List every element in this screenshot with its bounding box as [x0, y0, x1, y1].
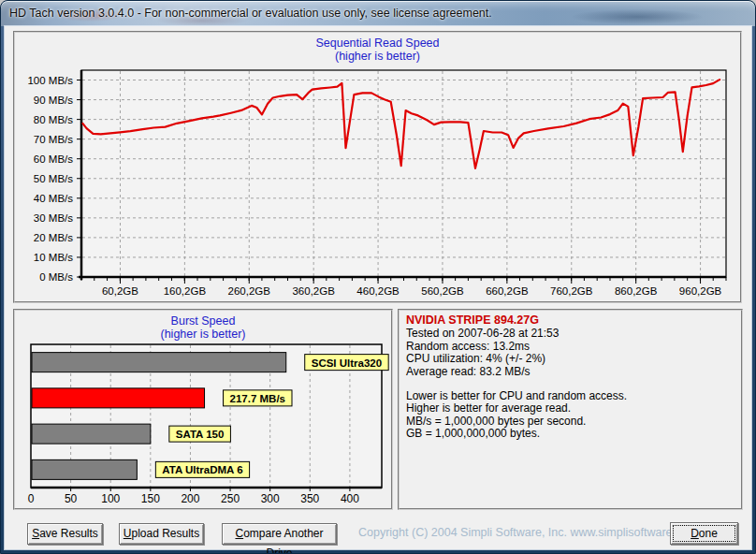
burst-bar-2	[32, 388, 205, 408]
note-gb-definition: GB = 1,000,000,000 bytes.	[406, 428, 737, 440]
burst-x-tick-label: 250	[221, 492, 240, 505]
burst-bar-label: SCSI Ultra320	[312, 357, 382, 369]
seq-x-tick-label: 860,2GB	[615, 285, 658, 297]
burst-x-tick-label: 200	[181, 492, 199, 505]
burst-bar-label: SATA 150	[176, 429, 225, 440]
burst-bar-1	[32, 353, 286, 372]
sequential-chart-subtitle: (higher is better)	[15, 50, 740, 63]
seq-x-tick-label: 760,2GB	[550, 285, 593, 297]
seq-y-tick-label: 30 MB/s	[34, 212, 73, 224]
cpu-utilization: CPU utilization: 4% (+/- 2%)	[406, 353, 737, 365]
seq-x-tick-label: 560,2GB	[421, 285, 464, 297]
seq-y-tick-label: 100 MB/s	[27, 75, 73, 86]
seq-y-tick-label: 60 MB/s	[34, 153, 73, 165]
tested-on: Tested on 2007-06-28 at 21:53	[406, 328, 737, 340]
seq-x-tick-label: 160,2GB	[164, 285, 207, 297]
window-title: HD Tach version 3.0.4.0 - For non-commer…	[9, 7, 492, 20]
burst-speed-panel: 050100150200250300350400SCSI Ultra320217…	[13, 309, 393, 510]
seq-x-tick-label: 260,2GB	[228, 285, 271, 297]
seq-y-tick-label: 50 MB/s	[34, 173, 73, 184]
burst-bar-4	[32, 459, 137, 479]
sequential-read-chart: 0 MB/s10 MB/s20 MB/s30 MB/s40 MB/s50 MB/…	[15, 33, 740, 301]
burst-x-tick-label: 100	[101, 492, 120, 505]
sequential-read-panel: 0 MB/s10 MB/s20 MB/s30 MB/s40 MB/s50 MB/…	[13, 31, 742, 303]
seq-plot-area	[81, 70, 726, 277]
seq-x-tick-label: 360,2GB	[292, 285, 335, 297]
done-button[interactable]: Done	[670, 522, 738, 545]
burst-bar-3	[32, 424, 151, 444]
note-mbs-definition: MB/s = 1,000,000 bytes per second.	[406, 416, 737, 428]
random-access: Random access: 13.2ms	[406, 341, 737, 353]
drive-info-panel: NVIDIA STRIPE 894.27G Tested on 2007-06-…	[398, 309, 743, 510]
note-higher-better: Higher is better for average read.	[406, 402, 737, 415]
seq-y-tick-label: 90 MB/s	[34, 95, 73, 106]
compare-another-drive-button[interactable]: Compare Another Drive	[222, 523, 337, 545]
seq-x-tick-label: 460,2GB	[356, 285, 400, 297]
burst-bar-label: 217.7 MB/s	[230, 393, 285, 404]
burst-x-tick-label: 300	[261, 492, 280, 505]
burst-chart-title: Burst Speed	[15, 314, 391, 328]
burst-x-tick-label: 150	[141, 492, 160, 505]
burst-x-tick-label: 350	[300, 492, 319, 505]
save-results-button[interactable]: Save Results	[27, 523, 103, 545]
copyright-text: Copyright (C) 2004 Simpli Software, Inc.…	[358, 526, 667, 539]
burst-x-tick-label: 50	[65, 492, 78, 505]
seq-y-tick-label: 70 MB/s	[34, 134, 73, 145]
hdtach-window: HD Tach version 3.0.4.0 - For non-commer…	[0, 0, 756, 554]
title-bar[interactable]: HD Tach version 3.0.4.0 - For non-commer…	[1, 1, 755, 26]
seq-y-tick-label: 10 MB/s	[34, 252, 73, 263]
drive-name: NVIDIA STRIPE 894.27G	[406, 314, 737, 327]
drive-info-text: NVIDIA STRIPE 894.27G Tested on 2007-06-…	[406, 314, 737, 441]
seq-y-tick-label: 40 MB/s	[34, 193, 73, 204]
sequential-chart-title: Sequential Read Speed	[15, 36, 740, 50]
seq-y-tick-label: 0 MB/s	[39, 271, 73, 283]
burst-x-tick-label: 0	[28, 492, 35, 505]
seq-x-tick-label: 960,2GB	[679, 285, 722, 297]
burst-bar-label: ATA UltraDMA 6	[162, 464, 242, 475]
average-read: Average read: 83.2 MB/s	[406, 366, 737, 378]
burst-x-tick-label: 400	[341, 492, 359, 505]
seq-y-tick-label: 80 MB/s	[34, 114, 73, 125]
burst-chart-subtitle: (higher is better)	[15, 328, 391, 341]
seq-x-tick-label: 660,2GB	[486, 285, 529, 297]
seq-x-tick-label: 60,2GB	[102, 285, 138, 297]
client-area: 0 MB/s10 MB/s20 MB/s30 MB/s40 MB/s50 MB/…	[5, 26, 751, 549]
note-lower-better: Lower is better for CPU and random acces…	[406, 390, 737, 402]
seq-y-tick-label: 20 MB/s	[34, 232, 73, 243]
upload-results-button[interactable]: Upload Results	[119, 523, 204, 545]
